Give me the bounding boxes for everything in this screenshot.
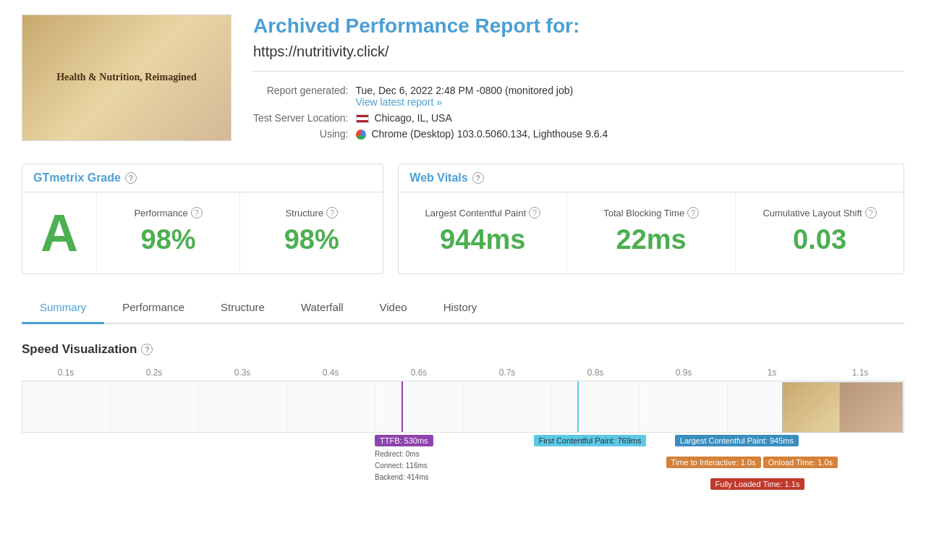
cls-value: 0.03 xyxy=(750,224,889,255)
tbt-value: 22ms xyxy=(582,224,721,255)
lcp-help-icon[interactable]: ? xyxy=(529,207,540,219)
fcp-vline xyxy=(577,381,579,432)
ruler-tick-01: 0.1s xyxy=(22,368,110,378)
ruler-tick-02: 0.2s xyxy=(110,368,198,378)
tbt-help-icon[interactable]: ? xyxy=(687,207,699,219)
speed-viz-help-icon[interactable]: ? xyxy=(141,344,153,355)
ruler-tick-10: 1s xyxy=(728,368,816,378)
ruler-tick-08: 0.8s xyxy=(551,368,640,378)
gtmetrix-grade-help-icon[interactable]: ? xyxy=(125,172,137,184)
timeline-col-2 xyxy=(111,381,199,432)
timeline-ruler: 0.1s 0.2s 0.3s 0.4s 0.6s 0.7s 0.8s 0.9s … xyxy=(22,368,904,378)
fcp-label: First Contentful Paint: 769ms xyxy=(534,435,647,446)
tab-structure[interactable]: Structure xyxy=(203,292,283,324)
structure-label: Structure ? xyxy=(255,207,368,219)
ruler-tick-04: 0.4s xyxy=(286,368,375,378)
ruler-tick-06: 0.6s xyxy=(375,368,463,378)
web-vitals-header: Web Vitals ? xyxy=(399,164,904,192)
server-location-label: Test Server Location: xyxy=(253,110,356,126)
ttfb-sublabel: Redirect: 0msConnect: 116msBackend: 414m… xyxy=(375,449,433,483)
meta-info: Report generated: Tue, Dec 6, 2022 2:48 … xyxy=(253,82,608,142)
web-vitals-content: Largest Contentful Paint ? 944ms Total B… xyxy=(399,192,904,270)
ruler-tick-03: 0.3s xyxy=(198,368,286,378)
ttfb-vline xyxy=(402,381,403,432)
lcp-label: Largest Contentful Paint: 945ms xyxy=(675,435,799,446)
structure-value: 98% xyxy=(255,224,368,255)
cls-help-icon[interactable]: ? xyxy=(865,207,877,219)
fully-loaded-label: Fully Loaded Time: 1.1s xyxy=(710,478,805,490)
generated-value: Tue, Dec 6, 2022 2:48 PM -0800 (monitore… xyxy=(356,82,608,110)
us-flag-icon xyxy=(356,114,369,123)
header-section: Health & Nutrition, Reimagined Archived … xyxy=(22,14,904,142)
gtmetrix-grade-header: GTmetrix Grade ? xyxy=(22,164,383,192)
timeline-grid xyxy=(22,381,904,433)
performance-label: Performance ? xyxy=(111,207,225,219)
grades-section: GTmetrix Grade ? A Performance ? 98% xyxy=(22,164,904,274)
grade-letter: A xyxy=(41,207,78,259)
structure-help-icon[interactable]: ? xyxy=(326,207,338,219)
tbt-label: Total Blocking Time ? xyxy=(582,207,721,219)
fcp-label-group: First Contentful Paint: 769ms xyxy=(534,435,647,446)
performance-help-icon[interactable]: ? xyxy=(191,207,203,219)
cls-label: Cumulative Layout Shift ? xyxy=(750,207,889,219)
gtmetrix-grade-content: A Performance ? 98% Structure ? xyxy=(22,192,383,273)
timeline-col-8 xyxy=(640,381,728,432)
report-title: Archived Performance Report for: xyxy=(253,14,904,38)
performance-metric: Performance ? 98% xyxy=(97,192,240,273)
speed-viz-section: Speed Visualization ? 0.1s 0.2s 0.3s 0.4… xyxy=(22,342,904,500)
site-thumbnail: Health & Nutrition, Reimagined xyxy=(22,14,232,141)
timeline-labels: TTFB: 530ms Redirect: 0msConnect: 116msB… xyxy=(22,435,904,500)
timeline-col-5 xyxy=(375,381,464,432)
thumbnail-text: Health & Nutrition, Reimagined xyxy=(49,64,204,91)
ruler-tick-11: 1.1s xyxy=(816,368,904,378)
onload-label: Onload Time: 1.0s xyxy=(763,457,838,468)
cls-metric: Cumulative Layout Shift ? 0.03 xyxy=(736,192,904,270)
performance-value: 98% xyxy=(111,224,225,255)
structure-metric: Structure ? 98% xyxy=(240,192,383,273)
ttfb-label-group: TTFB: 530ms Redirect: 0msConnect: 116msB… xyxy=(375,435,433,483)
tab-video[interactable]: Video xyxy=(362,292,425,324)
tab-summary[interactable]: Summary xyxy=(22,292,104,324)
header-info: Archived Performance Report for: https:/… xyxy=(253,14,904,142)
timeline-col-1 xyxy=(22,381,111,432)
speed-viz-title: Speed Visualization ? xyxy=(22,342,904,357)
tbt-metric: Total Blocking Time ? 22ms xyxy=(567,192,736,270)
lcp-value: 944ms xyxy=(413,224,552,255)
grade-metrics: Performance ? 98% Structure ? 98% xyxy=(97,192,383,273)
ttfb-label: TTFB: 530ms xyxy=(375,435,433,446)
tabs-section: Summary Performance Structure Waterfall … xyxy=(22,292,904,324)
using-label: Using: xyxy=(253,126,356,142)
lcp-metric: Largest Contentful Paint ? 944ms xyxy=(399,192,567,270)
tti-label-group: Time to Interactive: 1.0s xyxy=(666,457,761,468)
using-value: Chrome (Desktop) 103.0.5060.134, Lightho… xyxy=(356,126,608,142)
chrome-icon xyxy=(356,130,366,140)
timeline-col-3 xyxy=(199,381,287,432)
report-url: https://nutritivity.click/ xyxy=(253,43,904,60)
screenshot-2 xyxy=(839,382,903,433)
web-vitals-panel: Web Vitals ? Largest Contentful Paint ? … xyxy=(398,164,904,274)
web-vitals-help-icon[interactable]: ? xyxy=(472,172,484,184)
ruler-tick-09: 0.9s xyxy=(640,368,728,378)
gtmetrix-grade-panel: GTmetrix Grade ? A Performance ? 98% xyxy=(22,164,383,274)
tab-history[interactable]: History xyxy=(425,292,496,324)
screenshot-1 xyxy=(782,382,846,433)
ruler-tick-07: 0.7s xyxy=(463,368,551,378)
tab-performance[interactable]: Performance xyxy=(104,292,203,324)
timeline-col-7 xyxy=(551,381,640,432)
grade-letter-box: A xyxy=(22,192,97,273)
timeline-col-6 xyxy=(464,381,552,432)
lcp-label-group: Largest Contentful Paint: 945ms xyxy=(675,435,799,446)
timeline-col-4 xyxy=(287,381,375,432)
fully-loaded-label-group: Fully Loaded Time: 1.1s xyxy=(710,478,805,490)
view-latest-link[interactable]: View latest report » xyxy=(356,96,608,108)
tti-label: Time to Interactive: 1.0s xyxy=(666,457,761,468)
tabs-list: Summary Performance Structure Waterfall … xyxy=(22,292,904,323)
generated-label: Report generated: xyxy=(253,82,356,110)
lcp-label: Largest Contentful Paint ? xyxy=(413,207,552,219)
onload-label-group: Onload Time: 1.0s xyxy=(763,457,838,468)
server-location-value: Chicago, IL, USA xyxy=(356,110,608,126)
tab-waterfall[interactable]: Waterfall xyxy=(283,292,362,324)
